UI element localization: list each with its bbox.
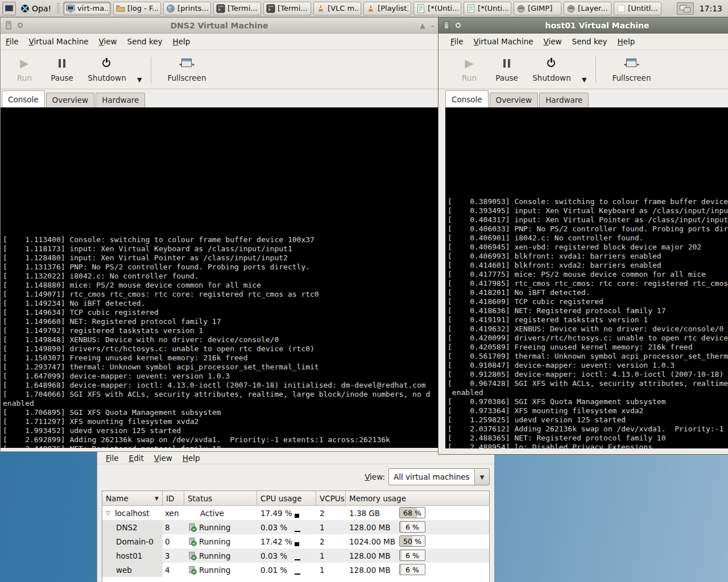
fullscreen-icon: ◂▸ [624,58,638,68]
dns2-console-output: [ 1.113400] Console: switching to colour… [1,208,438,448]
console-line: [ 1.647099] device-mapper: uevent: versi… [3,372,438,381]
task-button-prints[interactable]: [prints... [163,2,211,15]
console-line: [ 1.132022] i8042.c: No controller found… [3,272,438,281]
memory-progressbar: 6 % [399,564,425,575]
text-editor-icon [416,4,425,13]
workspace-pager[interactable] [677,2,694,15]
cpu-sparkline [295,514,299,518]
chevron-down-icon[interactable]: ▼ [474,469,489,485]
minimize-button[interactable]: – [431,22,435,30]
shutdown-menu-arrow[interactable]: ▼ [582,76,586,84]
column-header-name[interactable]: Name ▼ [102,491,163,506]
menu-file[interactable]: File [1,37,24,46]
table-row-domain0[interactable]: Domain-0 0 Running 17.42 % 2 1024.00 MB [102,534,489,548]
menu-help[interactable]: Help [177,454,205,463]
task-button-layers[interactable]: [Layer... [564,2,611,15]
column-header-memory[interactable]: Memory usage [346,491,489,506]
tab-hardware[interactable]: Hardware [96,93,145,107]
menu-send-key[interactable]: Send key [567,37,613,46]
shutdown-button[interactable]: Shutdown [82,56,131,82]
task-button-playlist[interactable]: [Playlist] [363,2,411,15]
task-button-log[interactable]: [log - F... [113,2,161,15]
task-button-terminal-2[interactable]: [Termi... [263,2,311,15]
menu-edit[interactable]: Edit [124,454,149,463]
table-row-localhost[interactable]: ▽ localhost xen Active 17.49 % 2 1.38 GB… [102,506,489,520]
console-line: [ 1.149890] drivers/rtc/hctosys.c: unabl… [3,344,438,354]
host01-titlebar[interactable]: host01 Virtual Machine [439,18,728,34]
task-button-gimp[interactable]: [GIMP] [514,2,561,15]
menu-view[interactable]: View [94,37,122,46]
menu-view[interactable]: View [149,454,177,463]
view-filter-combobox[interactable]: All virtual machines ▼ [388,468,490,485]
task-button-editor-1[interactable]: [*(Unti... [413,2,461,15]
menu-help[interactable]: Help [613,37,640,46]
console-line: [ 0.406993] blkfront: xvda1: barriers en… [448,252,728,261]
task-button-virt-manager[interactable]: virt-ma... [63,2,111,15]
pause-icon [503,59,510,68]
menu-file[interactable]: File [101,454,124,463]
task-button-vlc[interactable]: [VLC m... [313,2,361,15]
column-header-status[interactable]: Status [184,491,257,506]
console-line: [ 1.118173] input: Xen Virtual Keyboard … [3,244,438,253]
task-button-terminal-1[interactable]: [Termi... [213,2,261,15]
run-button[interactable]: ▶ Run [452,56,486,82]
menu-virtual-machine[interactable]: Virtual Machine [469,37,539,46]
shade-button[interactable]: ▲ [420,22,425,30]
dns2-console[interactable]: [ 1.113400] Console: switching to colour… [1,107,438,448]
task-button-editor-2[interactable]: [*(Unti... [464,2,511,15]
tab-overview[interactable]: Overview [46,93,95,107]
table-row-host01[interactable]: host01 3 Running 0.03 % 1 128.00 MB [102,548,489,563]
fullscreen-button[interactable]: ◂▸ Fullscreen [605,56,657,82]
console-line: [ 1.648968] device-mapper: ioctl: 4.13.0… [3,381,438,390]
pause-button[interactable]: Pause [42,56,82,82]
table-row-dns2[interactable]: DNS2 8 Running 0.03 % 1 128.00 MB [102,520,489,534]
opa-launcher[interactable]: Opa! [18,4,53,13]
expander-icon[interactable]: ▽ [106,510,110,516]
clock: 17:13 [696,4,726,13]
sticky-button[interactable] [18,23,23,28]
menu-virtual-machine[interactable]: Virtual Machine [24,37,94,46]
view-filter-value: All virtual machines [389,472,474,481]
console-line: [ 3.448076] NET: Registered protocol fam… [3,444,438,448]
terminal-icon [266,4,275,13]
view-filter-row: View: All virtual machines ▼ [97,464,494,489]
tab-console[interactable]: Console [445,90,489,107]
menu-view[interactable]: View [539,37,567,46]
dns2-menubar: File Virtual Machine View Send key Help [1,34,438,50]
shutdown-button[interactable]: Shutdown [527,56,576,82]
menu-send-key[interactable]: Send key [122,37,168,46]
console-line: [ 0.417775] mice: PS/2 mouse device comm… [448,270,728,279]
tab-console[interactable]: Console [2,90,45,107]
pause-button[interactable]: Pause [486,56,527,82]
menu-help[interactable]: Help [168,37,196,46]
host01-vm-window: host01 Virtual Machine File Virtual Mach… [438,17,728,455]
menu-file[interactable]: File [445,37,469,46]
console-line: [ 1.293747] thermal: Unknown symbol acpi… [3,363,438,372]
tab-overview[interactable]: Overview [490,93,539,107]
column-header-vcpus[interactable]: VCPUs [316,491,346,506]
column-header-id[interactable]: ID [163,491,184,506]
shutdown-menu-arrow[interactable]: ▼ [137,76,142,84]
sticky-button[interactable] [456,23,461,28]
vm-list-table: Name ▼ ID Status CPU usage VCPUs Memory … [102,490,490,582]
memory-progressbar: 6 % [399,550,425,561]
host01-console[interactable]: [ 0.389053] Console: switching to colour… [445,107,728,448]
table-row-web[interactable]: web 4 Running 0.01 % 1 128.00 MB [102,563,489,577]
host01-toolbar: ▶ Run Pause Shutdown ▼ ◂▸ Fullscreen [439,50,728,89]
tab-hardware[interactable]: Hardware [539,93,589,107]
dns2-titlebar[interactable]: DNS2 Virtual Machine ▲ – [1,18,438,34]
console-line: [ 2.692899] Adding 262136k swap on /dev/… [3,435,438,444]
console-line: [ 1.150307] Freeing unused kernel memory… [3,354,438,363]
run-button[interactable]: ▶ Run [7,56,42,82]
task-button-untitled[interactable]: [Untitl... [614,2,661,15]
column-header-cpu[interactable]: CPU usage [257,491,316,506]
console-line: [ 0.910847] device-mapper: uevent: versi… [448,361,728,370]
fullscreen-button[interactable]: ◂▸ Fullscreen [160,56,213,82]
console-line: [ 2.488954] lo: Disabled Privacy Extensi… [448,443,728,448]
run-icon: ▶ [465,57,473,69]
console-line: [ 1.128480] input: Xen Virtual Pointer a… [3,253,438,263]
memory-progressbar: 6 % [399,521,425,533]
console-line: [ 0.418609] TCP cubic registered [448,297,728,306]
console-line: enabled [3,399,438,408]
show-desktop-button[interactable] [2,2,16,15]
